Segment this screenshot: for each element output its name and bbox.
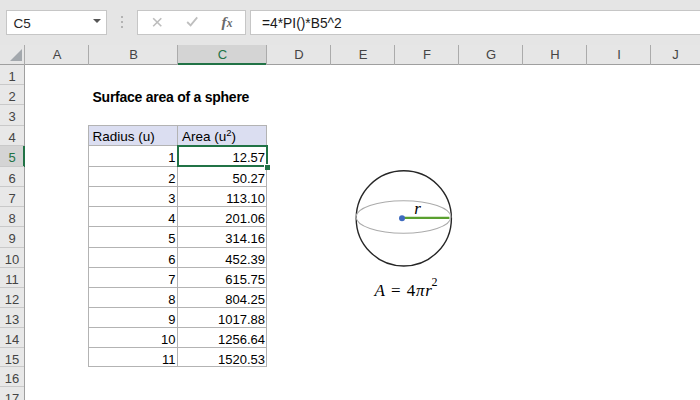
svg-text:r: r — [414, 199, 421, 218]
